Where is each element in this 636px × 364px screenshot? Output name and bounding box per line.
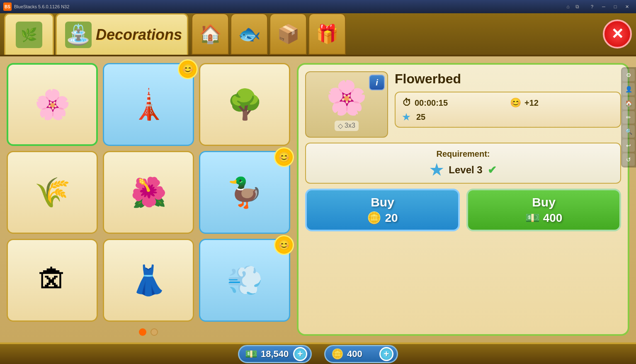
app-title: BlueStacks 5.6.0.1126 N32	[14, 4, 562, 9]
buy-coins-amount-row: 🪙 20	[367, 211, 398, 225]
well-icon: 🏚	[38, 264, 67, 297]
stat-time-row: ⏱ 00:00:15	[402, 97, 506, 108]
pagination	[7, 328, 290, 336]
sidebar-icon-1[interactable]: ⚙	[622, 69, 635, 81]
house-tab-icon: 🏠	[199, 23, 222, 45]
detail-image-box: i 🌸 ◇ 3x3	[305, 71, 388, 138]
stat-time-value: 00:00:15	[415, 98, 448, 108]
requirement-level: Level 3	[449, 164, 482, 176]
stat-stars-value: 25	[416, 112, 425, 122]
tree-icon: 🌳	[227, 87, 263, 121]
item-flowerbed[interactable]: 🌸	[7, 63, 98, 146]
buy-cash-amount: 400	[543, 211, 563, 225]
nav-tab-decorations[interactable]: ⛲ Decorations	[56, 13, 188, 55]
item-windmill[interactable]: 💨 😊	[199, 239, 290, 322]
coins-currency-icon: 🪙	[331, 348, 344, 360]
nav-tab-nature[interactable]: 🌿	[4, 13, 54, 55]
info-button[interactable]: i	[369, 75, 385, 90]
sidebar-icon-4[interactable]: ✏	[622, 111, 635, 124]
cash-widget: 💵 18,540 +	[238, 345, 312, 363]
buy-coins-button[interactable]: Buy 🪙 20	[305, 189, 460, 231]
game-area: 🌿 ⛲ Decorations 🏠 🐟 📦 🎁 ✕	[0, 13, 636, 364]
help-icon[interactable]: ?	[586, 2, 598, 11]
window-controls: ? ─ □ ✕	[586, 2, 633, 11]
cash-currency-icon: 💵	[245, 348, 257, 360]
stat-stars-row: 25	[402, 112, 506, 122]
coins-value: 400	[347, 349, 376, 359]
sidebar-icon-5[interactable]: 🔍	[622, 125, 635, 138]
detail-title: Flowerbed	[395, 71, 621, 87]
sidebar-icon-6[interactable]: ↩	[622, 139, 635, 152]
home-icon[interactable]: ⌂	[565, 3, 571, 10]
size-label: ◇ 3x3	[335, 121, 359, 131]
close-x-icon: ✕	[611, 25, 624, 43]
top-nav: 🌿 ⛲ Decorations 🏠 🐟 📦 🎁 ✕	[0, 13, 636, 56]
buy-coins-amount: 20	[385, 211, 398, 225]
clothesline-icon: 👗	[131, 263, 167, 297]
buy-coins-label: Buy	[371, 195, 394, 209]
add-coins-button[interactable]: +	[379, 347, 393, 361]
page-dot-2[interactable]	[151, 328, 158, 336]
detail-info: Flowerbed ⏱ 00:00:15 😊 +12	[395, 71, 621, 128]
bottom-bar: 💵 18,540 + 🪙 400 +	[0, 342, 636, 364]
item-pond[interactable]: 🦆 😊	[199, 151, 290, 234]
item-well[interactable]: 🏚	[7, 239, 98, 322]
nav-tab-fish[interactable]: 🐟	[231, 13, 268, 55]
flowerbed2-icon: 🌺	[131, 175, 167, 209]
item-flowerbed2[interactable]: 🌺	[103, 151, 194, 234]
item-tree[interactable]: 🌳	[199, 63, 290, 146]
req-star-icon	[430, 163, 444, 177]
smile-icon: 😊	[510, 97, 521, 108]
detail-panel: i 🌸 ◇ 3x3 Flowerbed ⏱ 00:00:15	[297, 63, 629, 336]
buy-cash-button[interactable]: Buy 💵 400	[466, 189, 621, 231]
clock-icon: ⏱	[402, 97, 411, 108]
shop-close-button[interactable]: ✕	[603, 19, 632, 49]
gazebo-badge: 😊	[178, 59, 198, 79]
detail-item-icon: 🌸	[326, 78, 367, 117]
hay-icon: 🌾	[34, 175, 70, 209]
buy-row: Buy 🪙 20 Buy 💵 400	[305, 189, 621, 231]
requirement-check-icon: ✔	[488, 164, 497, 177]
title-bar-icons: ⌂ ⧉	[565, 3, 580, 10]
copy-icon[interactable]: ⧉	[574, 3, 580, 10]
cash-icon: 💵	[525, 211, 540, 225]
nature-tab-icon: 🌿	[16, 22, 42, 48]
gazebo-icon: 🗼	[131, 87, 167, 121]
items-grid: 🌸 🗼 😊 🌳 🌾 🌺 🦆 😊	[7, 63, 290, 322]
nav-tab-gift[interactable]: 🎁	[308, 13, 346, 55]
coins-icon: 🪙	[367, 211, 381, 225]
minimize-button[interactable]: ─	[598, 2, 609, 11]
windmill-icon: 💨	[227, 263, 263, 297]
nav-tab-house[interactable]: 🏠	[192, 13, 229, 55]
page-dot-1[interactable]	[139, 328, 146, 336]
requirement-box: Requirement: Level 3 ✔	[305, 143, 621, 184]
sidebar-icon-7[interactable]: ↺	[622, 153, 635, 166]
item-gazebo[interactable]: 🗼 😊	[103, 63, 194, 146]
add-cash-button[interactable]: +	[293, 347, 307, 361]
pond-badge: 😊	[274, 147, 294, 167]
sidebar-icon-2[interactable]: 👤	[622, 83, 635, 95]
coins-widget: 🪙 400 +	[324, 345, 398, 363]
title-bar: BS BlueStacks 5.6.0.1126 N32 ⌂ ⧉ ? ─ □ ✕	[0, 0, 636, 13]
flowerbed-icon: 🌸	[34, 87, 70, 121]
stat-happiness-row: 😊 +12	[510, 97, 614, 108]
window-close-button[interactable]: ✕	[621, 2, 633, 11]
sidebar-icon-3[interactable]: 🏠	[622, 97, 635, 109]
item-hay[interactable]: 🌾	[7, 151, 98, 234]
size-value: 3x3	[345, 122, 355, 129]
star-icon	[402, 113, 410, 121]
requirement-title: Requirement:	[313, 149, 614, 159]
diamond-icon: ◇	[338, 122, 343, 130]
fish-tab-icon: 🐟	[238, 23, 261, 45]
requirement-row: Level 3 ✔	[313, 163, 614, 177]
buy-cash-label: Buy	[532, 195, 556, 209]
content-area: 🌸 🗼 😊 🌳 🌾 🌺 🦆 😊	[0, 56, 636, 342]
gift-tab-icon: 🎁	[316, 23, 339, 45]
stat-happiness-value: +12	[524, 98, 539, 108]
maximize-button[interactable]: □	[609, 2, 621, 11]
item-clothesline[interactable]: 👗	[103, 239, 194, 322]
right-sidebar: ⚙ 👤 🏠 ✏ 🔍 ↩ ↺	[621, 67, 636, 167]
nav-tab-chest[interactable]: 📦	[269, 13, 307, 55]
app-logo: BS	[3, 2, 12, 11]
fountain-icon: ⛲	[65, 22, 92, 48]
